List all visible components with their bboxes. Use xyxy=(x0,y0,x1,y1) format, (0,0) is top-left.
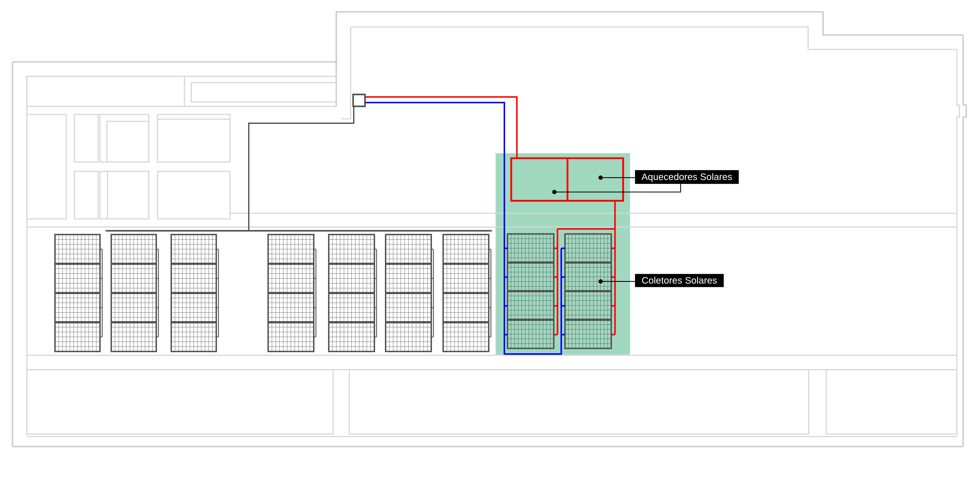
label-coletores-solares: Coletores Solares xyxy=(635,274,724,287)
label-text-collectors: Coletores Solares xyxy=(642,275,717,286)
pipe-riser-box xyxy=(353,94,365,107)
label-aquecedores-solares: Aquecedores Solares xyxy=(635,170,739,184)
label-text-heaters: Aquecedores Solares xyxy=(641,171,732,182)
roof-plan-drawing: Aquecedores Solares Coletores Solares xyxy=(0,0,980,464)
callout-dot xyxy=(598,279,603,284)
callout-dot xyxy=(598,176,603,180)
canvas-background xyxy=(0,0,980,464)
roof-plan-page: Aquecedores Solares Coletores Solares xyxy=(0,0,980,464)
callout-dot xyxy=(552,190,557,194)
